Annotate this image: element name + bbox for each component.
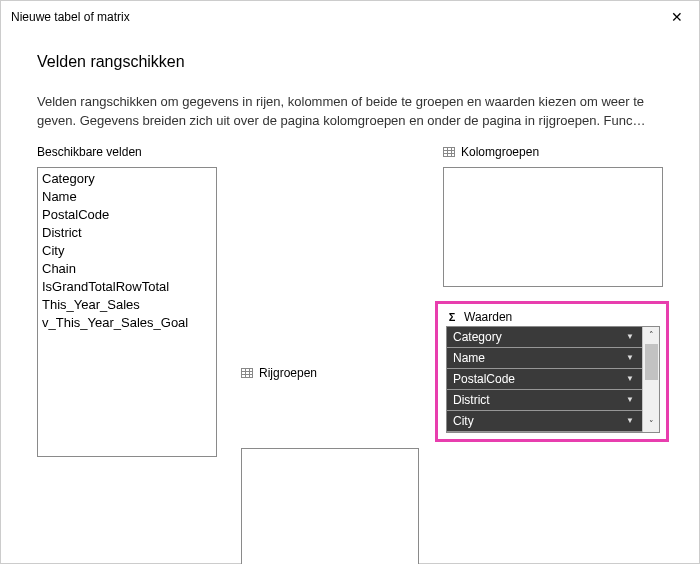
scroll-thumb[interactable]	[645, 344, 658, 380]
value-item[interactable]: District ▼	[447, 390, 642, 411]
scroll-down-icon[interactable]: ˅	[643, 416, 659, 432]
value-item[interactable]: PostalCode ▼	[447, 369, 642, 390]
dropdown-icon[interactable]: ▼	[624, 332, 636, 341]
dropdown-icon[interactable]: ▼	[624, 416, 636, 425]
available-fields-label: Beschikbare velden	[37, 145, 217, 161]
list-item[interactable]: This_Year_Sales	[42, 296, 212, 314]
dropdown-icon[interactable]: ▼	[624, 353, 636, 362]
value-item[interactable]: Name ▼	[447, 348, 642, 369]
dropdown-icon[interactable]: ▼	[624, 395, 636, 404]
column-groups-label: Kolomgroepen	[443, 145, 663, 161]
list-item[interactable]: v_This_Year_Sales_Goal	[42, 314, 212, 332]
table-icon	[241, 368, 253, 378]
list-item[interactable]: PostalCode	[42, 206, 212, 224]
value-item-label: City	[453, 414, 474, 428]
value-item-label: Category	[453, 330, 502, 344]
dropdown-icon[interactable]: ▼	[624, 374, 636, 383]
values-label: Σ Waarden	[446, 310, 660, 326]
column-groups-list[interactable]	[443, 167, 663, 287]
content-area: Velden rangschikken Velden rangschikken …	[1, 33, 699, 564]
field-layout: Beschikbare velden Kolomgroepen Category…	[37, 145, 663, 564]
value-item[interactable]: City ▼	[447, 411, 642, 432]
row-groups-label: Rijgroepen	[241, 307, 419, 442]
list-item[interactable]: IsGrandTotalRowTotal	[42, 278, 212, 296]
row-groups-label-text: Rijgroepen	[259, 366, 317, 380]
value-item-label: PostalCode	[453, 372, 515, 386]
scroll-up-icon[interactable]: ˄	[643, 327, 659, 343]
value-item-label: Name	[453, 351, 485, 365]
wizard-window: Nieuwe tabel of matrix ✕ Velden rangschi…	[0, 0, 700, 564]
window-title: Nieuwe tabel of matrix	[11, 10, 130, 24]
available-fields-list[interactable]: Category Name PostalCode District City C…	[37, 167, 217, 457]
value-item-label: District	[453, 393, 490, 407]
list-item[interactable]: District	[42, 224, 212, 242]
list-item[interactable]: Chain	[42, 260, 212, 278]
close-button[interactable]: ✕	[655, 1, 699, 33]
list-item[interactable]: City	[42, 242, 212, 260]
values-list[interactable]: Category ▼ Name ▼ PostalCode ▼ Distric	[446, 326, 660, 433]
sigma-icon: Σ	[446, 311, 458, 323]
page-description: Velden rangschikken om gegevens in rijen…	[37, 93, 663, 131]
values-label-text: Waarden	[464, 310, 512, 324]
titlebar: Nieuwe tabel of matrix ✕	[1, 1, 699, 33]
values-highlight: Σ Waarden Category ▼ Name ▼	[435, 301, 669, 442]
list-item[interactable]: Category	[42, 170, 212, 188]
table-icon	[443, 147, 455, 157]
list-item[interactable]: Name	[42, 188, 212, 206]
column-groups-label-text: Kolomgroepen	[461, 145, 539, 159]
value-item[interactable]: Category ▼	[447, 327, 642, 348]
row-groups-list[interactable]	[241, 448, 419, 564]
values-scrollbar[interactable]: ˄ ˅	[642, 327, 659, 432]
page-heading: Velden rangschikken	[37, 53, 663, 71]
